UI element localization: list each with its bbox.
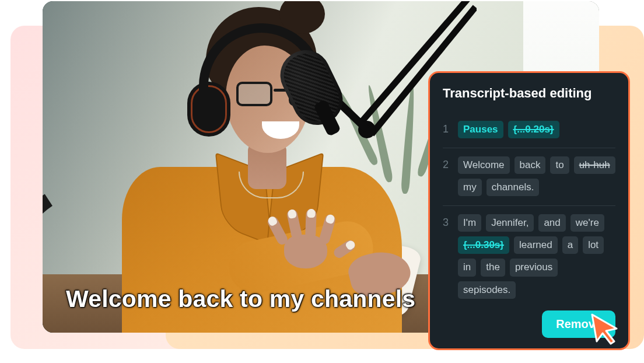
remove-button[interactable]: Remove (542, 310, 615, 338)
line-number: 1 (443, 121, 451, 135)
line-number: 3 (443, 214, 451, 229)
transcript-token[interactable]: a (562, 236, 578, 254)
transcript-token[interactable]: Jennifer, (486, 214, 534, 232)
transcript-line: 2Welcomebacktouh-huhmychannels. (443, 148, 615, 206)
line-number: 2 (443, 156, 451, 171)
person-podcaster (89, 7, 416, 333)
transcript-token[interactable]: my (458, 179, 482, 196)
transcript-token[interactable]: {...0.30s} (458, 236, 509, 254)
transcript-token[interactable]: Pauses (458, 121, 503, 138)
transcript-panel: Transcript-based editing 1Pauses{...0.20… (428, 71, 630, 350)
transcript-token[interactable]: and (538, 214, 565, 232)
transcript-token[interactable]: lot (583, 236, 604, 254)
transcript-token[interactable]: to (550, 156, 569, 174)
transcript-token[interactable]: I'm (458, 214, 481, 232)
transcript-token[interactable]: previous (510, 259, 558, 276)
transcript-token[interactable]: we're (570, 214, 604, 232)
transcript-line: 3I'mJennifer,andwe're{...0.30s}learnedal… (443, 206, 615, 308)
transcript-token[interactable]: Welcome (458, 156, 510, 174)
transcript-token[interactable]: uh-huh (574, 156, 615, 174)
transcript-token[interactable]: sepisodes. (458, 281, 516, 299)
transcript-token[interactable]: learned (514, 236, 558, 254)
transcript-token[interactable]: back (514, 156, 546, 174)
transcript-token[interactable]: the (481, 259, 505, 276)
panel-title: Transcript-based editing (443, 86, 615, 101)
video-caption: Welcome back to my channels (66, 285, 415, 313)
transcript-token[interactable]: channels. (487, 179, 540, 196)
transcript-token[interactable]: {...0.20s} (508, 121, 559, 138)
transcript-token[interactable]: in (458, 259, 476, 276)
transcript-line: 1Pauses{...0.20s} (443, 113, 615, 148)
